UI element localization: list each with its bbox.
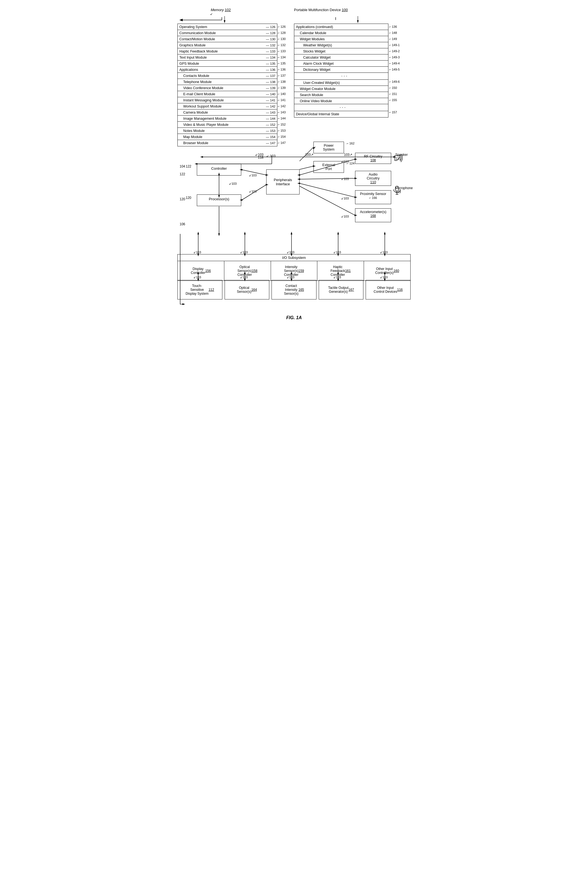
memory-item-telephone: Telephone Module — 138 [178,79,277,85]
memory-item-gps: GPS Module — 135 [178,61,277,67]
memory-item-graphics: Graphics Module — 132 [178,42,277,48]
audio-box: AudioCircuitry110 [355,171,391,186]
device-label: Portable Multifunction Device 100 [294,8,348,12]
bottom-devices-row: Touch-SensitiveDisplay System112 Optical… [177,280,411,299]
memory-item-os: Operating System — 126 [178,24,277,30]
proximity-box: Proximity Sensor⌐ 166 [355,190,391,204]
contact-intensity-device: ContactIntensitySensor(s)165 [272,280,316,299]
device-item-search: Search Module [294,92,388,98]
memory-arrow-annotation: ↙ [210,12,213,16]
processor-box: Processor(s) [197,194,241,206]
memory-item-workout: Workout Support Module — 142 [178,103,277,109]
device-item-global-state: Device/Global Internal State [294,111,388,117]
external-port-box: External Port [313,161,344,173]
memory-label: Memory 102 [211,8,231,12]
device-box: Applications (continued) Calendar Module… [294,24,388,118]
svg-marker-31 [197,232,199,234]
svg-marker-70 [183,303,185,305]
audio-ref-bus: ↙103 [341,177,349,181]
speaker-label: Speaker 111 [395,153,408,161]
svg-marker-34 [244,232,246,234]
io-bus-ref-4: ↙103 [333,250,341,254]
accel-ref-bus: ↙103 [341,215,349,218]
dev-bus-ref-2: ↙103 [240,276,248,279]
memory-item-imagemanage: Image Management Module — 144 [178,116,277,122]
ref-118: 118 [258,156,263,159]
bus-ref-103-ctrl2: ↙103 [229,182,236,186]
memory-box: Operating System — 126 Communication Mod… [177,24,277,146]
svg-marker-69 [200,156,203,158]
optical-sensor-device: OpticalSensor(s)164 [224,280,270,299]
device-item-calendar: Calendar Module [294,30,388,36]
other-input-device: Other InputControl Devices116 [365,280,411,299]
memory-item-text: Text Input Module — 134 [178,54,277,61]
device-item-calculator: Calculator Widget [294,54,388,61]
memory-item-contacts: Contacts Module — 137 [178,73,277,79]
ref-104: 104 [180,164,185,168]
device-item-alarmclock: Alarm Clock Widget [294,61,388,67]
dev-bus-ref-4: ↙103 [333,276,341,279]
proximity-ref-bus: ↙103 [341,197,349,200]
touch-display-device: Touch-SensitiveDisplay System112 [177,280,223,299]
bus-ref-103-top: ↙ 103 [266,154,275,158]
device-ref-labels: ⌐ 136 ⌐ 148 ⌐ 149 ⌐ 149-1 ⌐ 149-2 ⌐ 149-… [389,24,400,115]
svg-marker-40 [337,232,339,234]
dev-bus-ref-3: ↙103 [287,276,294,279]
accelerometer-box: Accelerometer(s)168 [355,209,391,222]
memory-item-comm: Communication Module — 128 [178,30,277,36]
power-box: Power System [313,142,344,153]
svg-marker-28 [218,233,220,236]
device-item-online-video: Online Video Module [294,98,388,104]
svg-marker-66 [357,20,359,23]
memory-item-haptic: Haptic Feedback Module — 133 [178,48,277,54]
device-item-stocks: Stocks Widget [294,48,388,54]
controller-ref: 122 [186,164,191,168]
figure-caption: FIG. 1A [175,315,413,320]
memory-item-notes: Notes Module — 153 [178,128,277,134]
device-item-dictionary: Dictionary Widget [294,67,388,73]
power-ref: ⌐ 162 [347,142,355,145]
ref-120: 120 [180,197,185,201]
io-label: I/O Subsystem [178,255,410,261]
controller-box: Controller [197,164,241,176]
memory-item-videomusicplayer: Video & Music Player Module — 152 [178,122,277,128]
memory-item-apps: Applications — 136 [178,67,277,73]
io-bus-ref-3: ↙103 [287,250,294,254]
io-bus-ref-5: ↙103 [380,250,388,254]
bus-ref-103-ctrl: ↙103 [249,174,257,177]
memory-ref-labels: ⌐ 126 ⌐ 128 ⌐ 130 ⌐ 132 ⌐ 133 ⌐ 134 ⌐ 13… [278,24,286,146]
memory-item-im: Instant Messaging Module — 141 [178,97,277,103]
memory-item-email: E-mail Client Module — 140 [178,91,277,97]
device-item-widget-creator: Widget Creator Module [294,86,388,92]
bus-ref-103-right: 103↗ [305,153,313,156]
svg-marker-37 [291,232,293,234]
dev-bus-ref-1: ↙103 [193,276,201,279]
memory-item-contact: Contact/Motion Module — 130 [178,36,277,42]
memory-item-videoconf: Video Conference Module — 139 [178,85,277,91]
dev-bus-ref-5: ↙103 [380,276,388,279]
rf-ref-bus: ↙103 [341,160,349,163]
svg-line-25 [300,186,355,215]
svg-marker-43 [384,232,386,234]
device-dots-1: ··· [294,73,388,80]
memory-item-camera: Camera Module — 143 [178,109,277,116]
bus-ref-103-proc: ↙103 [249,190,257,193]
rf-box: RF Circuitry 108 [355,153,391,164]
svg-line-14 [300,166,313,170]
device-item-widgets-header: Widget Modules [294,36,388,42]
peripherals-box: Peripherals Interface [266,170,300,194]
ref-106: 106 [180,222,185,226]
device-item-apps-continued: Applications (continued) [294,24,388,30]
microphone-label: Microphone 113 [395,186,413,194]
memory-item-browser: Browser Module — 147 [178,140,277,146]
io-bus-ref-2: ↙103 [240,250,248,254]
device-item-user-widgets: User-Created Widget(s) [294,80,388,86]
bus-ref-103-right2: 103↗ [344,153,352,156]
memory-item-map: Map Module — 154 [178,134,277,140]
processor-ref: 120 [186,196,191,200]
device-item-weather: Weather Widget(s) [294,42,388,48]
ref-122: 122 [180,172,185,176]
io-bus-ref-1: ↙103 [193,250,201,254]
svg-line-22 [300,183,355,197]
device-dots-2: ··· [294,104,388,111]
